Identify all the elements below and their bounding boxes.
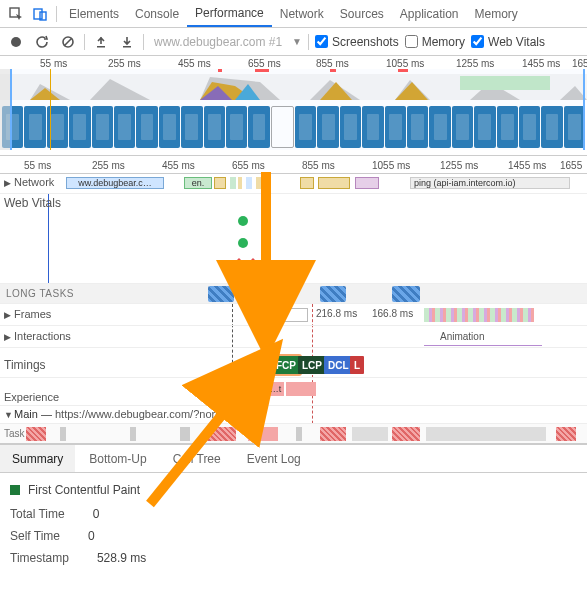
profile-title[interactable]: www.debugbear.com #1	[154, 35, 282, 49]
devtools-tab-memory[interactable]: Memory	[467, 0, 526, 27]
task-block[interactable]	[130, 427, 136, 441]
filmstrip-frame[interactable]	[407, 106, 428, 148]
screenshots-checkbox[interactable]	[315, 35, 328, 48]
filmstrip-frame[interactable]	[295, 106, 316, 148]
devtools-tab-performance[interactable]: Performance	[187, 0, 272, 27]
network-request[interactable]	[355, 177, 379, 189]
task-block[interactable]	[556, 427, 576, 441]
opt-screenshots[interactable]: Screenshots	[315, 35, 399, 49]
opt-webvitals[interactable]: Web Vitals	[471, 35, 545, 49]
filmstrip-frame[interactable]	[248, 106, 269, 148]
task-block[interactable]	[296, 427, 302, 441]
devtools-tab-application[interactable]: Application	[392, 0, 467, 27]
lcp-marker[interactable]	[238, 238, 248, 248]
experience-block[interactable]	[286, 382, 316, 396]
filmstrip-frame[interactable]	[24, 106, 45, 148]
network-request[interactable]	[300, 177, 314, 189]
devtools-tab-network[interactable]: Network	[272, 0, 332, 27]
task-block[interactable]	[320, 427, 346, 441]
filmstrip-frame[interactable]	[340, 106, 361, 148]
task-block[interactable]	[206, 427, 236, 441]
network-request[interactable]: en.	[184, 177, 212, 189]
detail-tab-call-tree[interactable]: Call Tree	[161, 445, 233, 472]
expand-icon[interactable]: ▶	[4, 310, 11, 320]
interactions-track[interactable]: ▶ Interactions Animation	[0, 326, 587, 348]
task-block[interactable]	[426, 427, 546, 441]
filmstrip-frame[interactable]	[2, 106, 23, 148]
long-task-block[interactable]	[208, 286, 234, 302]
clear-icon[interactable]	[58, 32, 78, 52]
filmstrip-frame[interactable]	[92, 106, 113, 148]
filmstrip-frame[interactable]	[429, 106, 450, 148]
timing-fp[interactable]: FP	[253, 356, 274, 374]
record-icon[interactable]	[6, 32, 26, 52]
network-request[interactable]: ww.debugbear.c…	[66, 177, 164, 189]
filmstrip-frame[interactable]	[159, 106, 180, 148]
network-request[interactable]	[246, 177, 252, 189]
task-row[interactable]: Task	[0, 424, 587, 444]
filmstrip-frame[interactable]	[452, 106, 473, 148]
network-request[interactable]	[238, 177, 242, 189]
network-track[interactable]: ▶ Network ww.debugbear.c… en. ping (api-…	[0, 174, 587, 194]
inspect-icon[interactable]	[4, 2, 28, 26]
flame-chart[interactable]: 55 ms255 ms455 ms655 ms855 ms1055 ms1255…	[0, 156, 587, 445]
network-request[interactable]: ping (api-iam.intercom.io)	[410, 177, 570, 189]
task-block[interactable]	[60, 427, 66, 441]
filmstrip-frame[interactable]	[204, 106, 225, 148]
reload-icon[interactable]	[32, 32, 52, 52]
filmstrip-frame[interactable]	[226, 106, 247, 148]
save-icon[interactable]	[117, 32, 137, 52]
filmstrip-frame[interactable]	[541, 106, 562, 148]
filmstrip-frame[interactable]	[497, 106, 518, 148]
filmstrip-frame[interactable]	[271, 106, 294, 148]
filmstrip-frame[interactable]	[362, 106, 383, 148]
task-block[interactable]	[392, 427, 420, 441]
experience-track[interactable]: Experience L…t	[0, 378, 587, 406]
timing-l[interactable]: L	[350, 356, 364, 374]
long-tasks-track[interactable]: LONG TASKS	[0, 284, 587, 304]
task-block[interactable]	[26, 427, 46, 441]
devtools-tab-sources[interactable]: Sources	[332, 0, 392, 27]
frame-block[interactable]	[252, 308, 308, 322]
web-vitals-track[interactable]: Web Vitals	[0, 194, 587, 284]
experience-block[interactable]: L…t	[262, 382, 284, 396]
toggle-device-icon[interactable]	[28, 2, 52, 26]
overview-panel[interactable]: 55 ms255 ms455 ms655 ms855 ms1055 ms1255…	[0, 56, 587, 156]
detail-tab-bottom-up[interactable]: Bottom-Up	[77, 445, 158, 472]
filmstrip-frame[interactable]	[136, 106, 157, 148]
cls-marker[interactable]	[232, 258, 246, 272]
expand-icon[interactable]: ▶	[4, 332, 11, 342]
task-block[interactable]	[352, 427, 388, 441]
dropdown-icon[interactable]: ▼	[292, 36, 302, 47]
expand-icon[interactable]: ▶	[4, 178, 11, 188]
detail-tab-summary[interactable]: Summary	[0, 445, 75, 472]
filmstrip-frame[interactable]	[69, 106, 90, 148]
filmstrip-frame[interactable]	[519, 106, 540, 148]
network-request[interactable]	[318, 177, 350, 189]
filmstrip-frame[interactable]	[474, 106, 495, 148]
collapse-icon[interactable]: ▼	[4, 410, 13, 420]
main-track-header[interactable]: ▼ Main — https://www.debugbear.com/?nore…	[0, 406, 587, 424]
timing-fcp[interactable]: FCP	[272, 356, 300, 374]
fcp-marker[interactable]	[238, 216, 248, 226]
network-request[interactable]	[230, 177, 236, 189]
filmstrip-frame[interactable]	[385, 106, 406, 148]
network-request[interactable]	[214, 177, 226, 189]
network-request[interactable]	[256, 177, 262, 189]
webvitals-checkbox[interactable]	[471, 35, 484, 48]
timing-lcp[interactable]: LCP	[298, 356, 326, 374]
filmstrip-frame[interactable]	[317, 106, 338, 148]
filmstrip-frame[interactable]	[114, 106, 135, 148]
timings-track[interactable]: Timings FPFCPLCPDCLL	[0, 352, 587, 378]
filmstrip-frame[interactable]	[181, 106, 202, 148]
load-icon[interactable]	[91, 32, 111, 52]
task-block[interactable]	[180, 427, 190, 441]
frames-track[interactable]: ▶ Frames 216.8 ms 166.8 ms	[0, 304, 587, 326]
opt-memory[interactable]: Memory	[405, 35, 465, 49]
timing-dcl[interactable]: DCL	[324, 356, 353, 374]
cls-marker[interactable]	[246, 258, 260, 272]
devtools-tab-console[interactable]: Console	[127, 0, 187, 27]
memory-checkbox[interactable]	[405, 35, 418, 48]
long-task-block[interactable]	[320, 286, 346, 302]
filmstrip-frame[interactable]	[564, 106, 585, 148]
